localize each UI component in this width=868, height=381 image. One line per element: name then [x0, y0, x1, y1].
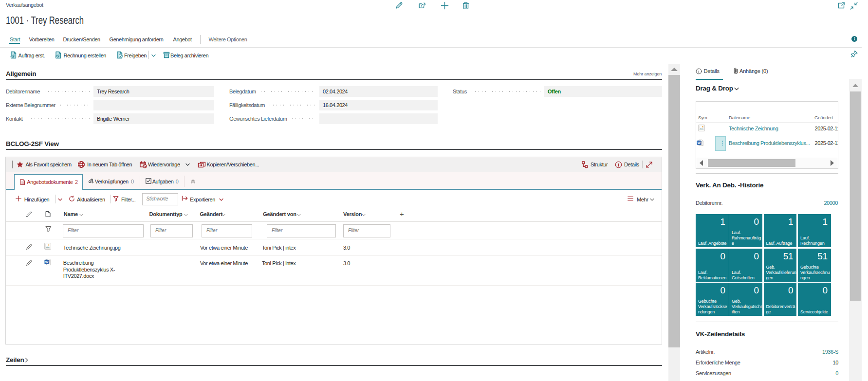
- svg-text:W: W: [698, 141, 701, 145]
- svg-text:W: W: [45, 260, 49, 264]
